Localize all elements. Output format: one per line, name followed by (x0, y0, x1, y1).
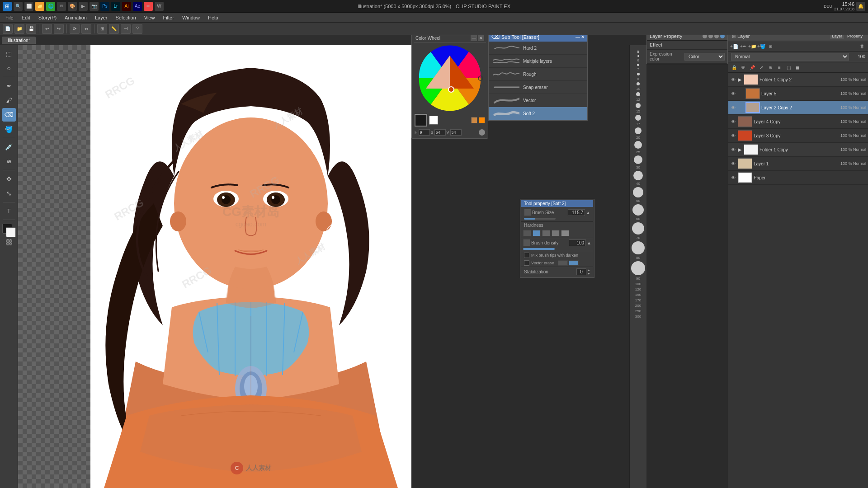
add-folder-btn[interactable]: +📁 (748, 42, 756, 50)
val-input[interactable] (450, 129, 462, 136)
app3-icon[interactable]: 📷 (90, 2, 99, 11)
blend-mode-select[interactable]: Normal Multiply Screen Overlay (731, 53, 849, 61)
color-mode-select[interactable]: Color Gray Monochrome (684, 53, 725, 61)
chrome-icon[interactable]: 🌐 (46, 2, 55, 11)
help-btn[interactable]: ? (132, 24, 142, 34)
hardness-1[interactable] (533, 230, 541, 236)
mail-icon[interactable]: ✉ (57, 2, 66, 11)
open-btn[interactable]: 📁 (14, 24, 24, 34)
layer-vis-2[interactable]: 👁 (730, 104, 736, 111)
hardness-2[interactable] (542, 230, 550, 236)
menu-layer[interactable]: Layer (91, 14, 111, 21)
size-circle-7[interactable] (637, 73, 640, 75)
layer-row-layer5[interactable]: 👁 Layer 5 100 % Normal (728, 87, 868, 101)
size-lock-btn[interactable] (524, 209, 531, 216)
vector-erase-check[interactable] (524, 260, 529, 266)
layer-row-folder1copy[interactable]: 👁 ▶ Folder 1 Copy 100 % Normal (728, 143, 868, 157)
mix-brush-check[interactable] (524, 253, 529, 258)
new-file-btn[interactable]: 📄 (3, 24, 13, 34)
menu-filter[interactable]: Filter (159, 14, 177, 21)
layer-vis-6[interactable]: 👁 (730, 160, 736, 167)
swatch-extra-2[interactable] (479, 117, 485, 123)
size-circle-60[interactable] (632, 222, 644, 235)
color-panel-minimize[interactable]: — (471, 35, 477, 41)
delete-layer-btn[interactable]: 🗑 (858, 42, 866, 50)
density-slider-container[interactable] (521, 247, 593, 251)
canvas-area[interactable]: RRCG 人人素材 RRCG RRCG 人人素材 RRCG 人人素材 C 人人素… (0, 45, 411, 488)
menu-help[interactable]: Help (204, 14, 222, 21)
clip-icon[interactable]: ✏ (144, 2, 153, 11)
layer-vis-3[interactable]: 👁 (730, 118, 736, 125)
density-slider[interactable] (523, 248, 555, 250)
tool-text[interactable]: T (2, 204, 16, 218)
add-vector-btn[interactable]: +✒ (739, 42, 747, 50)
size-up-btn[interactable]: ▲ (586, 210, 590, 215)
size-slider[interactable] (524, 218, 556, 220)
layer-btn-d[interactable]: ⤢ (757, 63, 765, 71)
layer-row-layer2copy2[interactable]: 👁 Layer 2 Copy 2 100 % Normal (728, 101, 868, 115)
size-circle-12[interactable] (636, 103, 641, 108)
windows-start-icon[interactable]: ⊞ (3, 2, 12, 11)
app1-icon[interactable]: 🎨 (68, 2, 77, 11)
color-wheel-container[interactable] (416, 44, 484, 112)
tool-lasso[interactable]: ○ (2, 61, 16, 75)
menu-story[interactable]: Story(P) (35, 14, 60, 21)
tool-eyedropper[interactable]: 💉 (2, 140, 16, 154)
ae-icon[interactable]: Ae (133, 2, 142, 11)
layer-vis-4[interactable]: 👁 (730, 132, 736, 139)
size-circle-20[interactable] (634, 141, 642, 149)
layer-btn-a[interactable]: 🔒 (730, 63, 738, 71)
size-circle-5[interactable] (637, 55, 639, 57)
ps-icon[interactable]: Ps (100, 2, 109, 11)
app2-icon[interactable]: ▶ (79, 2, 88, 11)
subtool-hard2[interactable]: Hard 2 (489, 42, 587, 55)
expand-arrow-5[interactable]: ▶ (738, 147, 742, 153)
tool-eraser[interactable]: ⌫ (2, 108, 16, 122)
size-circle-25[interactable] (634, 155, 642, 164)
density-input[interactable] (569, 239, 586, 246)
flip-btn[interactable]: ⇔ (81, 24, 91, 34)
layer-vis-0[interactable]: 👁 (730, 76, 736, 83)
add-raster-btn[interactable]: +📄 (730, 42, 738, 50)
subtool-snap[interactable]: Snap eraser (489, 81, 587, 94)
layer-btn-c[interactable]: 📌 (748, 63, 756, 71)
layer-vis-7[interactable]: 👁 (730, 174, 736, 181)
hardness-0[interactable] (523, 230, 531, 236)
size-circle-17[interactable] (635, 127, 642, 134)
redo-btn[interactable]: ↪ (54, 24, 64, 34)
layer-row-layer3copy[interactable]: 👁 Layer 3 Copy 100 % Normal (728, 129, 868, 143)
hardness-3[interactable] (552, 230, 560, 236)
color-picker-toggle[interactable] (479, 129, 485, 136)
tool-blend[interactable]: ≋ (2, 155, 16, 168)
subtool-multiple[interactable]: Multiple layers (489, 55, 587, 68)
subtool-soft2[interactable]: Soft 2 (489, 107, 587, 120)
mirror-btn[interactable]: ⊣ (121, 24, 131, 34)
layer-btn-g[interactable]: ⬚ (784, 63, 793, 71)
density-lock-btn[interactable] (523, 239, 530, 246)
menu-file[interactable]: File (2, 14, 17, 21)
size-circle-30[interactable] (633, 171, 643, 180)
add-fill-btn[interactable]: +🪣 (757, 42, 765, 50)
grid-btn[interactable]: ⊞ (97, 24, 107, 34)
size-circle-40[interactable] (633, 187, 643, 197)
layer-row-layer1[interactable]: 👁 Layer 1 100 % Normal (728, 157, 868, 171)
ai-icon[interactable]: Ai (122, 2, 131, 11)
size-circle-50[interactable] (632, 204, 644, 216)
browser-icon[interactable]: W (155, 2, 164, 11)
ruler-btn[interactable]: 📏 (109, 24, 119, 34)
size-circle-10[interactable] (636, 92, 640, 96)
menu-edit[interactable]: Edit (18, 14, 34, 21)
tool-transform[interactable]: ⤡ (2, 187, 16, 200)
main-fg-swatch[interactable] (415, 114, 427, 127)
layer-row-layer4copy[interactable]: 👁 Layer 4 Copy 100 % Normal (728, 115, 868, 129)
explorer-icon[interactable]: 📁 (35, 2, 44, 11)
layer-row-paper[interactable]: 👁 Paper (728, 171, 868, 185)
hue-input[interactable] (419, 129, 430, 136)
size-slider-container[interactable] (522, 217, 592, 221)
canvas-tab[interactable]: Illustration* (2, 37, 36, 44)
menu-animation[interactable]: Animation (61, 14, 90, 21)
menu-selection[interactable]: Selection (112, 14, 140, 21)
size-circle-15[interactable] (635, 115, 641, 121)
rotate-btn[interactable]: ⟳ (70, 24, 80, 34)
color-wheel-svg[interactable] (416, 44, 484, 112)
